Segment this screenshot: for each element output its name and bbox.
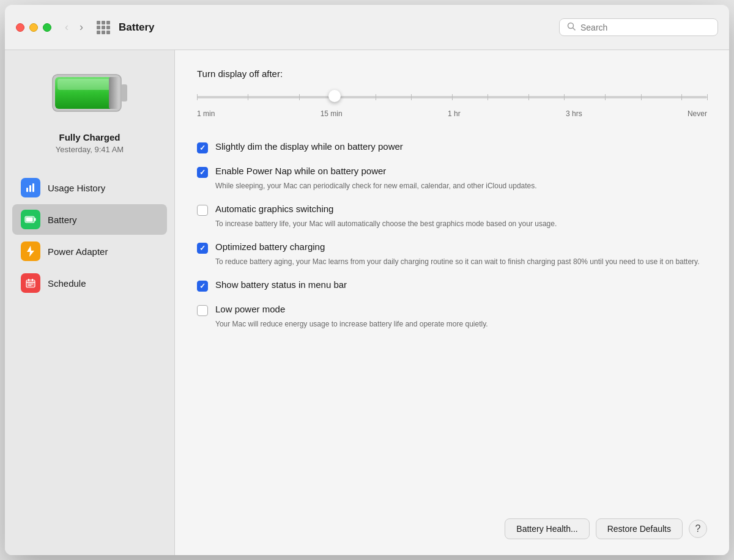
option-desc-low-power: Your Mac will reduce energy usage to inc… xyxy=(215,319,707,330)
slider-title: Turn display off after: xyxy=(197,68,707,79)
svg-rect-12 xyxy=(34,218,36,221)
slider-label-3hrs: 3 hrs xyxy=(566,109,582,118)
option-desc-optimized-charging: To reduce battery aging, your Mac learns… xyxy=(215,256,707,267)
option-low-power: Low power mode Your Mac will reduce ener… xyxy=(197,298,707,336)
battery-graphic xyxy=(50,68,130,117)
main-window: ‹ › Battery xyxy=(5,5,729,555)
option-label-low-power: Low power mode xyxy=(215,304,285,314)
svg-rect-7 xyxy=(26,188,28,192)
sidebar-item-power-adapter[interactable]: Power Adapter xyxy=(12,236,167,267)
back-button[interactable]: ‹ xyxy=(61,20,72,35)
svg-rect-6 xyxy=(109,77,119,109)
sidebar: Fully Charged Yesterday, 9:41 AM Usage H… xyxy=(5,50,175,555)
battery-status: Fully Charged Yesterday, 9:41 AM xyxy=(56,132,124,154)
svg-rect-16 xyxy=(32,279,33,281)
battery-status-time: Yesterday, 9:41 AM xyxy=(56,145,124,154)
checkbox-show-menubar[interactable] xyxy=(197,281,208,292)
option-label-show-menubar: Show battery status in menu bar xyxy=(215,279,347,290)
option-power-nap: Enable Power Nap while on battery power … xyxy=(197,160,707,197)
titlebar: ‹ › Battery xyxy=(5,5,729,50)
sidebar-item-label-power-adapter: Power Adapter xyxy=(48,246,108,257)
sidebar-item-battery[interactable]: Battery xyxy=(12,204,167,235)
checkbox-dim-display[interactable] xyxy=(197,142,208,153)
sidebar-item-label-usage-history: Usage History xyxy=(48,183,105,193)
svg-rect-15 xyxy=(28,279,29,281)
close-button[interactable] xyxy=(16,23,24,32)
traffic-lights xyxy=(16,23,51,32)
svg-line-1 xyxy=(573,28,576,31)
option-desc-auto-graphics: To increase battery life, your Mac will … xyxy=(215,218,707,229)
fullscreen-button[interactable] xyxy=(43,23,51,32)
svg-rect-8 xyxy=(29,185,31,192)
search-icon xyxy=(567,22,576,32)
usage-history-icon xyxy=(21,178,40,197)
battery-status-title: Fully Charged xyxy=(56,132,124,142)
minimize-button[interactable] xyxy=(29,23,38,32)
svg-rect-5 xyxy=(57,79,116,90)
power-adapter-icon xyxy=(21,241,40,261)
option-auto-graphics: Automatic graphics switching To increase… xyxy=(197,197,707,235)
slider-section: Turn display off after: xyxy=(197,68,707,118)
sidebar-item-schedule[interactable]: Schedule xyxy=(12,268,167,298)
svg-rect-3 xyxy=(121,84,127,101)
restore-defaults-button[interactable]: Restore Defaults xyxy=(596,518,683,539)
svg-rect-17 xyxy=(26,282,35,283)
bottom-buttons: Battery Health... Restore Defaults ? xyxy=(505,518,707,539)
nav-buttons: ‹ › xyxy=(61,20,87,35)
slider-labels: 1 min 15 min 1 hr 3 hrs Never xyxy=(197,109,707,118)
checkbox-power-nap[interactable] xyxy=(197,167,208,178)
option-label-power-nap: Enable Power Nap while on battery power xyxy=(215,166,386,176)
svg-rect-18 xyxy=(28,284,34,284)
checkbox-low-power[interactable] xyxy=(197,305,208,316)
option-optimized-charging: Optimized battery charging To reduce bat… xyxy=(197,235,707,273)
svg-rect-11 xyxy=(26,218,33,222)
schedule-icon xyxy=(21,273,40,293)
checkbox-optimized-charging[interactable] xyxy=(197,243,208,254)
battery-nav-icon xyxy=(21,210,40,229)
search-box[interactable] xyxy=(559,18,718,36)
main-content: Fully Charged Yesterday, 9:41 AM Usage H… xyxy=(5,50,729,555)
slider-label-never: Never xyxy=(688,109,707,118)
battery-health-button[interactable]: Battery Health... xyxy=(505,518,589,539)
help-button[interactable]: ? xyxy=(689,520,707,538)
window-title: Battery xyxy=(119,21,559,34)
search-input[interactable] xyxy=(580,23,710,32)
svg-rect-9 xyxy=(32,183,34,192)
svg-marker-13 xyxy=(27,246,34,257)
sidebar-item-usage-history[interactable]: Usage History xyxy=(12,172,167,203)
sidebar-nav: Usage History Battery xyxy=(5,172,174,300)
slider-label-1min: 1 min xyxy=(197,109,215,118)
option-dim-display: Slightly dim the display while on batter… xyxy=(197,135,707,160)
option-label-auto-graphics: Automatic graphics switching xyxy=(215,204,333,214)
options-list: Slightly dim the display while on batter… xyxy=(197,135,707,336)
option-show-menubar: Show battery status in menu bar xyxy=(197,273,707,298)
option-label-dim-display: Slightly dim the display while on batter… xyxy=(215,141,403,152)
apps-grid-icon[interactable] xyxy=(97,21,110,34)
checkbox-auto-graphics[interactable] xyxy=(197,205,208,216)
slider-label-1hr: 1 hr xyxy=(448,109,461,118)
sidebar-item-label-battery: Battery xyxy=(48,215,77,225)
option-desc-power-nap: While sleeping, your Mac can periodicall… xyxy=(215,180,707,191)
forward-button[interactable]: › xyxy=(76,20,87,35)
content-panel: Turn display off after: xyxy=(175,50,729,555)
svg-rect-19 xyxy=(28,286,32,286)
sidebar-item-label-schedule: Schedule xyxy=(48,278,86,289)
slider-label-15min: 15 min xyxy=(321,109,343,118)
option-label-optimized-charging: Optimized battery charging xyxy=(215,241,325,252)
battery-icon-container xyxy=(50,68,130,120)
